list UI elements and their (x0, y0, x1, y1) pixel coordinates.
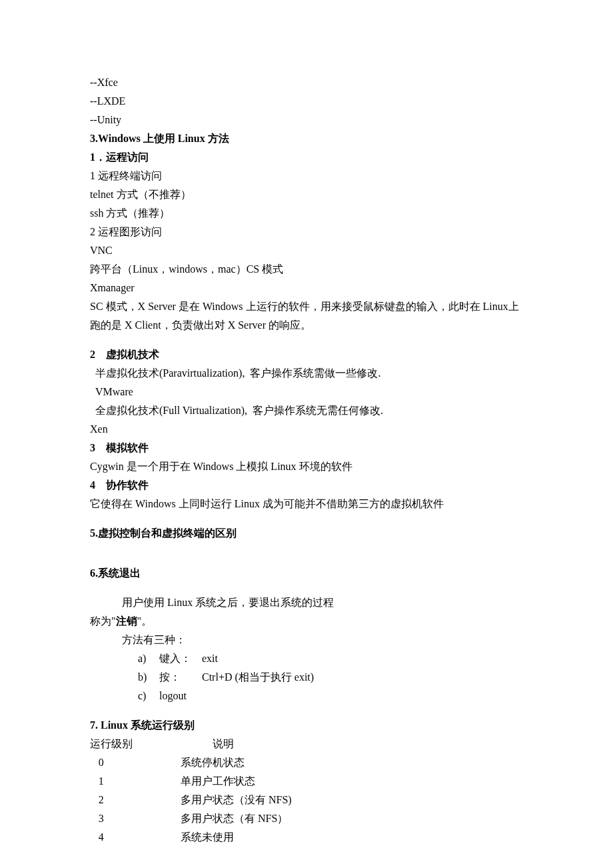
table-header-cell: 说明 (181, 735, 234, 753)
list-marker: a) (138, 649, 159, 668)
body-text: 方法有三种： (90, 631, 526, 649)
list-marker: c) (138, 687, 159, 705)
section-6-title: 6.系统退出 (90, 564, 526, 583)
table-cell: 多用户状态（有 NFS） (181, 809, 288, 828)
list-marker: b) (138, 668, 159, 687)
runlevel-table: 运行级别 说明 0 系统停机状态 1 单用户工作状态 2 多用户状态（没有 NF… (90, 735, 526, 847)
section-5-title: 5.虚拟控制台和虚拟终端的区别 (90, 524, 526, 543)
table-cell: 系统未使用 (181, 828, 234, 847)
body-text: SC 模式，X Server 是在 Windows 上运行的软件，用来接受鼠标键… (90, 297, 526, 335)
body-text: 称为"注销"。 (90, 612, 526, 631)
body-text: VMware (90, 383, 526, 401)
table-cell: 4 (90, 828, 181, 847)
body-text: VNC (90, 241, 526, 260)
body-text: 2 运程图形访问 (90, 223, 526, 241)
table-cell: 3 (90, 809, 181, 828)
body-text: 全虚拟化技术(Full Virtualization), 客户操作系统无需任何修… (90, 401, 526, 420)
body-text: 半虚拟化技术(Paravirtualization), 客户操作系统需做一些修改… (90, 364, 526, 383)
table-row: 3 多用户状态（有 NFS） (90, 809, 526, 828)
section-3-2-title: 2 虚拟机技术 (90, 345, 526, 364)
section-3-1-title: 1．运程访问 (90, 148, 526, 167)
table-cell: 单用户工作状态 (181, 772, 255, 791)
list-desc: Ctrl+D (相当于执行 exit) (202, 668, 314, 687)
body-text: Xmanager (90, 279, 526, 297)
body-text: 1 远程终端访问 (90, 167, 526, 185)
table-header-cell: 运行级别 (90, 735, 181, 753)
table-cell: 2 (90, 791, 181, 809)
body-text: Xen (90, 420, 526, 439)
table-header-row: 运行级别 说明 (90, 735, 526, 753)
section-3-3-title: 3 模拟软件 (90, 439, 526, 457)
list-label: 按： (159, 668, 202, 687)
list-item: b) 按： Ctrl+D (相当于执行 exit) (90, 668, 526, 687)
section-7-title: 7. Linux 系统运行级别 (90, 716, 526, 735)
list-desc: exit (202, 649, 218, 668)
table-row: 4 系统未使用 (90, 828, 526, 847)
table-cell: 1 (90, 772, 181, 791)
list-label: logout (159, 687, 202, 705)
list-item: c) logout (90, 687, 526, 705)
body-text: 用户使用 Linux 系统之后，要退出系统的过程 (90, 593, 526, 612)
intro-line: --Xfce (90, 73, 526, 92)
document-body: --Xfce --LXDE --Unity 3.Windows 上使用 Linu… (90, 73, 526, 847)
text-fragment: "。 (137, 615, 153, 627)
body-text: ssh 方式（推荐） (90, 204, 526, 223)
intro-line: --LXDE (90, 92, 526, 111)
table-row: 2 多用户状态（没有 NFS) (90, 791, 526, 809)
intro-line: --Unity (90, 111, 526, 129)
emphasis-text: 注销 (116, 615, 137, 627)
table-cell: 系统停机状态 (181, 753, 245, 772)
body-text: Cygwin 是一个用于在 Windows 上模拟 Linux 环境的软件 (90, 457, 526, 476)
table-cell: 多用户状态（没有 NFS) (181, 791, 292, 809)
table-cell: 0 (90, 753, 181, 772)
body-text: 跨平台（Linux，windows，mac）CS 模式 (90, 260, 526, 279)
list-item: a) 键入： exit (90, 649, 526, 668)
list-label: 键入： (159, 649, 202, 668)
text-fragment: 称为" (90, 615, 116, 627)
section-3-title: 3.Windows 上使用 Linux 方法 (90, 129, 526, 148)
body-text: 它使得在 Windows 上同时运行 Linux 成为可能并不借助第三方的虚拟机… (90, 495, 526, 513)
body-text: telnet 方式（不推荐） (90, 185, 526, 204)
table-row: 0 系统停机状态 (90, 753, 526, 772)
table-row: 1 单用户工作状态 (90, 772, 526, 791)
section-3-4-title: 4 协作软件 (90, 476, 526, 495)
